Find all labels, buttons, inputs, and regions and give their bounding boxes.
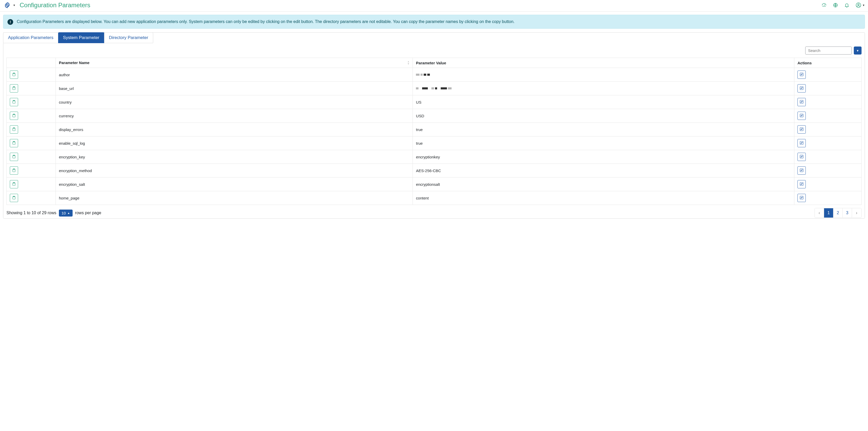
table-row: enable_sql_logtrue	[7, 136, 862, 150]
pagination-page-1[interactable]: 1	[824, 208, 833, 218]
edit-icon	[800, 127, 804, 132]
table-row: encryption_methodAES-256-CBC	[7, 164, 862, 178]
tab-sys[interactable]: System Parameter	[58, 32, 104, 43]
clipboard-icon	[12, 86, 16, 91]
svg-rect-12	[800, 100, 803, 103]
svg-rect-6	[800, 73, 803, 76]
table-row: encryption_keyencryptionkey	[7, 150, 862, 164]
user-menu[interactable]: ▾	[856, 2, 864, 8]
toolbar-actions-dropdown[interactable]: ▼	[854, 47, 862, 55]
copy-button[interactable]	[10, 153, 18, 161]
copy-button[interactable]	[10, 98, 18, 106]
edit-button[interactable]	[798, 153, 806, 161]
param-value: AES-256-CBC	[413, 164, 795, 178]
param-name: currency	[56, 109, 413, 123]
svg-rect-9	[800, 87, 803, 90]
page-size-select[interactable]: 10 ▲	[59, 210, 72, 217]
param-name: author	[56, 68, 413, 82]
tab-dir[interactable]: Directory Parameter	[104, 32, 153, 43]
tab-app[interactable]: Application Parameters	[3, 32, 58, 43]
pagination-prev[interactable]: ‹	[815, 208, 824, 218]
dashboard-icon[interactable]	[822, 3, 827, 8]
edit-button[interactable]	[798, 180, 806, 188]
edit-button[interactable]	[798, 194, 806, 202]
rows-per-page-label: rows per page	[75, 211, 101, 215]
chevron-down-icon: ▾	[863, 3, 864, 7]
page-size-value: 10	[61, 211, 66, 215]
content: ! Configuration Parameters are displayed…	[0, 12, 868, 224]
page-title: Configuration Parameters	[20, 2, 90, 9]
top-bar-right: ▾	[822, 2, 864, 8]
column-name[interactable]: Parameter Name ▲▼	[56, 58, 413, 68]
column-actions: Actions	[795, 58, 862, 68]
edit-icon	[800, 168, 804, 173]
chevron-up-icon: ▲	[67, 212, 70, 214]
brand-menu-caret-icon[interactable]: ▾	[13, 3, 15, 7]
param-name: base_url	[56, 82, 413, 95]
copy-button[interactable]	[10, 139, 18, 147]
pagination-next[interactable]: ›	[852, 208, 861, 218]
svg-rect-15	[800, 114, 803, 117]
redacted-value	[416, 87, 791, 89]
clipboard-icon	[12, 195, 16, 201]
table-footer: Showing 1 to 10 of 29 rows 10 ▲ rows per…	[6, 208, 862, 218]
clipboard-icon	[12, 72, 16, 77]
param-name: encryption_salt	[56, 178, 413, 191]
tabs: Application ParametersSystem ParameterDi…	[3, 32, 864, 43]
edit-button[interactable]	[798, 70, 806, 79]
redacted-value	[416, 74, 791, 76]
edit-icon	[800, 100, 804, 105]
copy-button[interactable]	[10, 84, 18, 93]
param-value: encryptionsalt	[413, 178, 795, 191]
pagination-page-2[interactable]: 2	[833, 208, 843, 218]
svg-point-0	[6, 4, 8, 6]
clipboard-icon	[12, 100, 16, 105]
edit-icon	[800, 86, 804, 91]
copy-button[interactable]	[10, 125, 18, 133]
table-row: countryUS	[7, 95, 862, 109]
edit-button[interactable]	[798, 125, 806, 133]
clipboard-icon	[12, 114, 16, 118]
svg-rect-27	[800, 169, 803, 172]
param-value: true	[413, 136, 795, 150]
edit-button[interactable]	[798, 139, 806, 147]
svg-rect-18	[800, 128, 803, 131]
search-input[interactable]	[805, 47, 852, 55]
param-name: home_page	[56, 191, 413, 205]
edit-button[interactable]	[798, 166, 806, 175]
edit-icon	[800, 155, 804, 159]
edit-icon	[800, 114, 804, 118]
info-alert-text: Configuration Parameters are displayed b…	[17, 19, 515, 25]
column-copy	[7, 58, 56, 68]
copy-button[interactable]	[10, 70, 18, 79]
param-value: encryptionkey	[413, 150, 795, 164]
info-icon: !	[7, 19, 13, 25]
globe-icon[interactable]	[833, 3, 838, 8]
edit-button[interactable]	[798, 84, 806, 93]
svg-rect-33	[800, 196, 803, 199]
edit-icon	[800, 141, 804, 146]
edit-icon	[800, 72, 804, 77]
copy-button[interactable]	[10, 112, 18, 120]
pagination-page-3[interactable]: 3	[843, 208, 852, 218]
table-row: display_errorstrue	[7, 123, 862, 136]
top-bar-left: ▾ Configuration Parameters	[4, 2, 90, 9]
copy-button[interactable]	[10, 194, 18, 202]
copy-button[interactable]	[10, 180, 18, 188]
table-row: encryption_saltencryptionsalt	[7, 178, 862, 191]
sort-icon[interactable]: ▲▼	[407, 60, 409, 65]
param-name: encryption_key	[56, 150, 413, 164]
param-value: true	[413, 123, 795, 136]
clipboard-icon	[12, 168, 16, 173]
param-name: country	[56, 95, 413, 109]
brand-gear-icon[interactable]	[4, 2, 11, 9]
clipboard-icon	[12, 127, 16, 132]
bell-icon[interactable]	[844, 3, 849, 8]
table-row: author	[7, 68, 862, 82]
pagination: ‹123›	[814, 208, 862, 218]
edit-button[interactable]	[798, 112, 806, 120]
copy-button[interactable]	[10, 166, 18, 175]
clipboard-icon	[12, 182, 16, 187]
edit-button[interactable]	[798, 98, 806, 106]
param-value: content	[413, 191, 795, 205]
